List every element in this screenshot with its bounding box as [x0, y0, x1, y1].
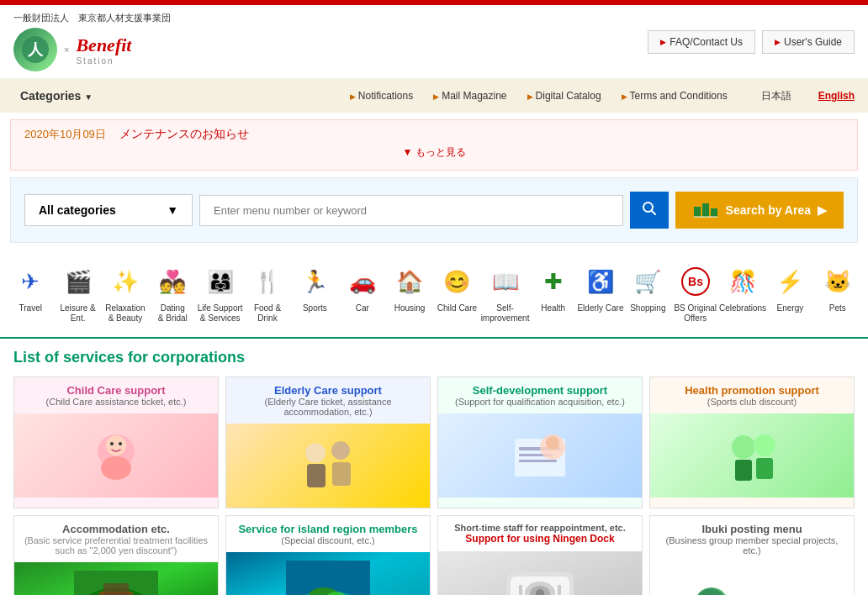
services-section: List of services for corporations Child …	[0, 339, 868, 595]
ibuki-card-image: 人 IBUKI	[650, 562, 854, 595]
childcare-card-subtitle: (Child Care assistance ticket, etc.)	[21, 397, 211, 407]
svg-point-10	[106, 435, 126, 455]
category-travel[interactable]: ✈ Travel	[7, 263, 54, 324]
car-icon: 🚗	[344, 263, 381, 300]
services-grid-row2: Accommodation etc. (Basic service prefer…	[13, 515, 855, 595]
service-card-health[interactable]: Health promotion support (Sports club di…	[649, 376, 855, 508]
svg-rect-5	[702, 203, 709, 217]
nav-links: Notifications Mail Magazine Digital Cata…	[350, 89, 855, 103]
leisure-icon: 🎬	[60, 263, 97, 300]
header: 一般財団法人 東京都人材支援事業団 人 × Benefit Station FA…	[0, 5, 868, 79]
bsoriginal-icon: Bs	[677, 263, 714, 300]
ibuki-card-subtitle: (Business group member special projects,…	[657, 535, 847, 556]
category-select[interactable]: All categories ▼	[24, 194, 193, 226]
nav-bar: Categories Notifications Mail Magazine D…	[0, 79, 868, 113]
svg-point-12	[110, 442, 114, 445]
energy-icon: ⚡	[771, 263, 808, 300]
notice-date: 2020年10月09日	[24, 127, 106, 142]
accommodation-card-title: Accommodation etc.	[21, 523, 211, 535]
svg-rect-26	[735, 460, 752, 481]
categories-button[interactable]: Categories	[13, 86, 99, 106]
svg-rect-42	[558, 585, 561, 595]
elderlycare-card-title: Elderly Care support	[233, 384, 423, 397]
category-housing[interactable]: 🏠 Housing	[386, 263, 433, 324]
svg-rect-6	[711, 208, 717, 217]
ningendock-card-title2: Support for using Ningen Dock	[445, 533, 635, 545]
island-card-image	[226, 552, 430, 595]
health-card-subtitle: (Sports club discount)	[657, 397, 847, 407]
health-card-header: Health promotion support (Sports club di…	[650, 377, 854, 413]
nav-mail-magazine[interactable]: Mail Magazine	[433, 90, 506, 102]
services-grid-row1: Child Care support (Child Care assistanc…	[13, 376, 855, 508]
search-input[interactable]	[199, 195, 623, 226]
elderlycare-icon: ♿	[582, 263, 619, 300]
notice-text: メンテナンスのお知らせ	[119, 127, 249, 142]
accommodation-card-image	[14, 562, 218, 595]
selfdevelopment-card-header: Self-development support (Support for qu…	[438, 377, 642, 413]
category-bsoriginal[interactable]: Bs BS OriginalOffers	[672, 263, 719, 324]
health-card-image	[650, 413, 854, 498]
service-card-elderlycare[interactable]: Elderly Care support (Elderly Care ticke…	[225, 376, 431, 508]
search-icon	[642, 201, 657, 216]
svg-rect-16	[307, 464, 326, 487]
childcare-card-header: Child Care support (Child Care assistanc…	[14, 377, 218, 413]
service-card-selfdevelopment[interactable]: Self-development support (Support for qu…	[437, 376, 643, 508]
food-icon: 🍴	[249, 263, 286, 300]
category-health[interactable]: ✚ Health	[529, 263, 576, 324]
lang-jp-button[interactable]: 日本語	[761, 89, 791, 103]
category-relaxation[interactable]: ✨ Relaxation& Beauty	[102, 263, 149, 324]
nav-notifications[interactable]: Notifications	[350, 90, 413, 102]
notice-row: 2020年10月09日 メンテナンスのお知らせ	[24, 127, 844, 142]
category-celebrations[interactable]: 🎊 Celebrations	[719, 263, 766, 324]
logo-box: 人 × Benefit Station	[13, 28, 171, 71]
category-childcare[interactable]: 😊 Child Care	[433, 263, 480, 324]
svg-line-3	[651, 211, 655, 215]
svg-point-13	[119, 442, 122, 445]
service-card-ningen-dock[interactable]: Short-time staff for reappointment, etc.…	[437, 515, 643, 595]
select-chevron-icon: ▼	[167, 203, 178, 217]
svg-point-14	[305, 443, 326, 463]
childcare-card-title: Child Care support	[21, 384, 211, 397]
category-food[interactable]: 🍴 Food & Drink	[244, 263, 291, 324]
elderlycare-card-header: Elderly Care support (Elderly Care ticke…	[226, 377, 430, 424]
category-lifesupport[interactable]: 👨‍👩‍👧 Life Support& Services	[196, 263, 243, 324]
lang-en-button[interactable]: English	[818, 90, 855, 102]
nav-terms[interactable]: Terms and Conditions	[622, 90, 728, 102]
childcare-icon: 😊	[438, 263, 475, 300]
category-energy[interactable]: ⚡ Energy	[766, 263, 813, 324]
users-guide-button[interactable]: User's Guide	[762, 30, 855, 54]
notice-more-button[interactable]: ▼ もっと見る	[24, 142, 844, 163]
svg-text:人: 人	[27, 41, 44, 58]
svg-rect-21	[519, 460, 557, 462]
shopping-icon: 🛒	[629, 263, 666, 300]
lifesupport-icon: 👨‍👩‍👧	[202, 263, 239, 300]
selfdevelopment-card-image	[438, 413, 642, 498]
category-elderlycare[interactable]: ♿ Elderly Care	[577, 263, 624, 324]
housing-icon: 🏠	[391, 263, 428, 300]
area-btn-arrow: ▶	[818, 203, 827, 217]
search-by-area-button[interactable]: Search by Area ▶	[675, 192, 844, 229]
category-selfimprovement[interactable]: 📖 Self-improvement	[481, 263, 530, 324]
chevron-down-icon	[84, 89, 93, 103]
header-right: FAQ/Contact Us User's Guide	[648, 30, 855, 54]
service-card-island[interactable]: Service for island region members (Speci…	[225, 515, 431, 595]
elderlycare-card-image	[226, 424, 430, 508]
relaxation-icon: ✨	[107, 263, 144, 300]
category-leisure[interactable]: 🎬 Leisure &Ent.	[54, 263, 101, 324]
service-card-ibuki[interactable]: Ibuki posting menu (Business group membe…	[649, 515, 855, 595]
service-card-childcare[interactable]: Child Care support (Child Care assistanc…	[13, 376, 219, 508]
ningendock-card-header: Short-time staff for reappointment, etc.…	[438, 516, 642, 551]
search-button[interactable]	[630, 192, 669, 229]
category-dating[interactable]: 💑 Dating& Bridal	[149, 263, 196, 324]
category-car[interactable]: 🚗 Car	[339, 263, 386, 324]
category-sports[interactable]: 🏃 Sports	[291, 263, 338, 324]
nav-digital-catalog[interactable]: Digital Catalog	[527, 90, 601, 102]
service-card-accommodation[interactable]: Accommodation etc. (Basic service prefer…	[13, 515, 219, 595]
faq-button[interactable]: FAQ/Contact Us	[648, 30, 755, 54]
benefit-station-logo: Benefit Station	[76, 34, 131, 66]
category-pets[interactable]: 🐱 Pets	[814, 263, 861, 324]
area-map-icon	[692, 200, 719, 220]
category-shopping[interactable]: 🛒 Shopping	[624, 263, 671, 324]
svg-point-11	[101, 456, 131, 480]
selfimprovement-icon: 📖	[487, 263, 524, 300]
